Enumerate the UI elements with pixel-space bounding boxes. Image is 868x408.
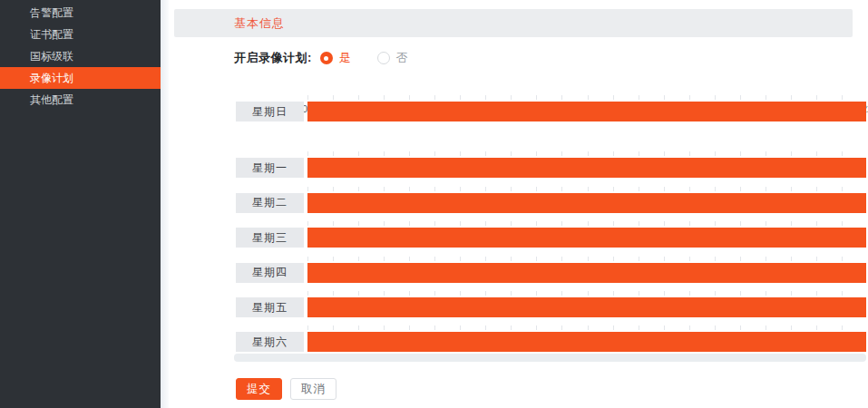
schedule-grid: 0001020304050607080910111213141516171819… [236, 102, 868, 355]
hour-ticks [307, 221, 866, 226]
schedule-horizontal-scrollbar[interactable] [234, 354, 866, 362]
schedule-day-row: 星期一 [236, 158, 868, 178]
radio-option-no[interactable]: 否 [377, 50, 408, 66]
hour-ticks [307, 257, 866, 261]
recording-period-bar-friday[interactable] [307, 297, 866, 317]
recording-period-bar-wednesday[interactable] [307, 228, 866, 248]
hour-ticks [307, 325, 866, 330]
day-label-monday: 星期一 [236, 158, 304, 178]
sidebar-gutter [161, 0, 169, 408]
radio-selected-icon[interactable] [320, 52, 333, 64]
day-label-sunday: 星期日 [236, 102, 304, 121]
schedule-day-row: 星期三 [236, 228, 868, 248]
day-label-thursday: 星期四 [236, 263, 304, 283]
sidebar-item-recording-plan[interactable]: 录像计划 [0, 67, 161, 89]
radio-unselected-icon[interactable] [377, 52, 390, 64]
day-label-wednesday: 星期三 [236, 228, 304, 248]
panel-header: 基本信息 [174, 9, 853, 37]
recording-period-bar-tuesday[interactable] [307, 193, 866, 213]
schedule-day-row: 星期四 [236, 263, 868, 283]
sidebar-item-alarm-config[interactable]: 告警配置 [0, 2, 161, 24]
sidebar-item-gb-cascade[interactable]: 国标级联 [0, 45, 161, 67]
sidebar-item-other-config[interactable]: 其他配置 [0, 89, 161, 111]
schedule-day-row: 星期五 [236, 297, 868, 317]
submit-button[interactable]: 提交 [236, 378, 282, 400]
record-plan-toggle-row: 开启录像计划: 是 否 [234, 49, 408, 67]
recording-period-bar-saturday[interactable] [307, 332, 866, 352]
radio-option-yes[interactable]: 是 [320, 50, 351, 66]
sidebar: 告警配置 证书配置 国标级联 录像计划 其他配置 [0, 0, 161, 408]
recording-period-bar-monday[interactable] [307, 158, 866, 178]
recording-period-bar-sunday[interactable] [307, 102, 866, 121]
main-content: 基本信息 开启录像计划: 是 否 00010203040506070809101… [169, 0, 868, 408]
hour-ticks [307, 151, 866, 156]
day-label-friday: 星期五 [236, 297, 304, 317]
schedule-day-row: 星期六 [236, 332, 868, 352]
radio-yes-label: 是 [339, 50, 351, 66]
record-plan-label: 开启录像计划: [234, 50, 312, 66]
recording-period-bar-thursday[interactable] [307, 263, 866, 283]
hour-ticks [307, 291, 866, 296]
day-label-saturday: 星期六 [236, 332, 304, 352]
sidebar-item-certificate-config[interactable]: 证书配置 [0, 24, 161, 45]
schedule-day-row: 星期日 [236, 102, 868, 121]
day-label-tuesday: 星期二 [236, 193, 304, 213]
cancel-button[interactable]: 取消 [290, 378, 336, 400]
hour-ticks [307, 187, 866, 191]
panel-title: 基本信息 [234, 15, 285, 32]
schedule-day-row: 星期二 [236, 193, 868, 213]
form-actions: 提交 取消 [236, 378, 336, 400]
radio-no-label: 否 [396, 50, 408, 66]
hour-ticks [307, 95, 866, 100]
